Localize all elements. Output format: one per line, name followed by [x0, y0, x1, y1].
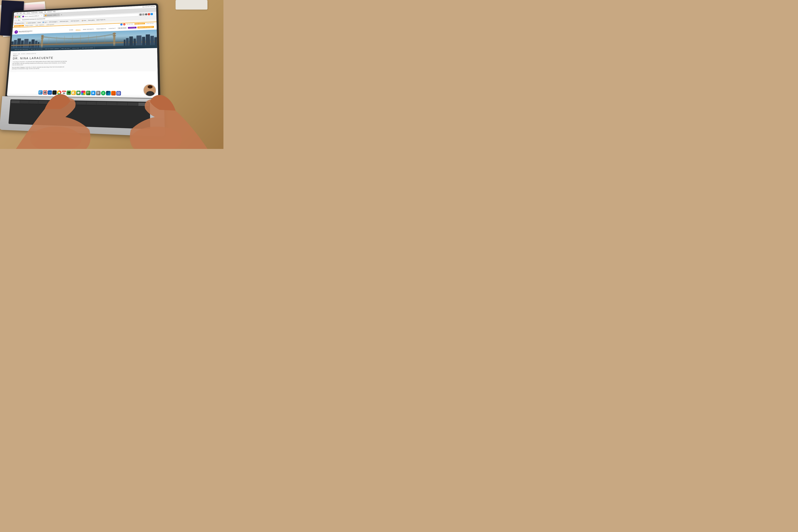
dock-illustrator-icon[interactable]: Ai	[111, 91, 116, 96]
bookmark-inspiration[interactable]: ⭐ website inspiration	[26, 22, 36, 24]
subnav-maria[interactable]: MEET DR. MARIA LLOMPART	[44, 47, 60, 51]
ext-overflow[interactable]: ⋮	[153, 13, 155, 15]
subnav-office[interactable]: OFFICE TOUR	[71, 47, 80, 50]
dock-maps-icon[interactable]: 🗺	[66, 91, 71, 95]
dock-calendar-icon[interactable]: OCT 30	[62, 91, 66, 95]
history-menu[interactable]: History	[26, 12, 31, 14]
bookmark-spw-label: SPW Homepage T...	[49, 21, 58, 23]
window-menu[interactable]: Window	[47, 11, 52, 13]
dock-settings-icon[interactable]	[96, 91, 100, 95]
key-f5[interactable]	[57, 101, 66, 105]
doctor-silhouette	[144, 84, 156, 97]
view-menu[interactable]: View	[23, 12, 25, 14]
ext-icon-5[interactable]	[151, 13, 153, 15]
key-f3[interactable]	[38, 101, 48, 104]
dock-photos-icon[interactable]	[81, 91, 86, 95]
reload-button[interactable]: ↻	[18, 19, 20, 21]
appointment-button[interactable]: REQUEST APPOINTMENT	[137, 26, 154, 28]
close-button[interactable]	[15, 16, 16, 18]
doctor-bio: Born and raised in Mayaguez, Puerto Rico…	[12, 66, 68, 70]
language-toggle[interactable]: EN / ES / B-2K	[118, 27, 127, 29]
key-f7[interactable]	[76, 101, 86, 105]
key-f2[interactable]	[29, 100, 38, 104]
key-power[interactable]	[138, 102, 149, 107]
bookmark-flicker[interactable]: Flicker gallery	[88, 19, 95, 21]
tab-favicon-2	[45, 15, 46, 16]
bookmark-spw-doctor[interactable]: SPW Doctor Ques...	[59, 21, 70, 22]
bookmark-nina-label: ninarwk	[37, 22, 41, 23]
forward-button[interactable]: ›	[16, 19, 17, 21]
back-button[interactable]: ‹	[14, 19, 16, 21]
secondary-tab-prestin[interactable]: prestin Q/A EDIT	[46, 24, 55, 25]
nav-contact[interactable]: CONTACT	[109, 27, 116, 29]
svg-rect-49	[87, 92, 88, 92]
subnav-hector[interactable]: MEET DR. HECTOR PEÑA	[30, 48, 44, 51]
dock-terminal-icon[interactable]: >_	[52, 90, 57, 95]
bookmark-master[interactable]: Master Project Lib...	[96, 19, 107, 21]
subnav-nina[interactable]: MEET DR. NINA LARACUENTE	[14, 48, 30, 51]
apple-menu[interactable]: 	[15, 13, 16, 14]
secondary-tab-design-label: Design & Content...	[25, 25, 34, 26]
subnav-team[interactable]: MEET THE TEAM	[60, 47, 71, 50]
key-f9[interactable]	[97, 102, 107, 106]
ext-icon-2[interactable]	[142, 14, 145, 16]
profiles-menu[interactable]: Profiles	[39, 12, 43, 13]
key-f11[interactable]	[117, 102, 127, 106]
help-menu[interactable]: Help	[53, 11, 56, 12]
subnav-apart[interactable]: WHAT SETS US APART	[80, 46, 95, 50]
svg-point-58	[118, 93, 119, 94]
dock-appstore-icon[interactable]	[91, 91, 96, 95]
secondary-tab-salesforce[interactable]: Salesforce - Unlim...	[14, 25, 24, 27]
bookmark-signin[interactable]: 👤 Sign in	[42, 21, 48, 23]
nav-new-patients[interactable]: NEW PATIENTS	[83, 28, 94, 30]
dock-messages-icon[interactable]: 💬	[76, 91, 81, 95]
dock-launchpad-icon[interactable]	[43, 90, 48, 95]
illustrator-icon-text: Ai	[113, 92, 114, 94]
svg-line-18	[88, 35, 89, 43]
facebook-icon[interactable]: f	[120, 23, 122, 25]
secondary-tab-cases[interactable]: Cases - Salesforce...	[35, 24, 45, 26]
dock-notes-icon[interactable]: 📝	[71, 91, 76, 95]
key-f10[interactable]	[107, 102, 117, 106]
fullscreen-button[interactable]	[19, 16, 20, 17]
key-f1[interactable]	[20, 100, 29, 104]
tab-menu[interactable]: Tab	[44, 11, 46, 13]
app-name-menu[interactable]: File	[16, 13, 19, 14]
tab-close-icon[interactable]: ✕	[41, 15, 42, 16]
bookmark-spw-team[interactable]: SPW Team Quest...	[70, 20, 80, 22]
dock-chrome-icon[interactable]	[57, 91, 61, 95]
key-f12[interactable]	[128, 102, 138, 106]
nav-home[interactable]: HOME	[69, 29, 73, 31]
lang-button[interactable]: EN / ES / B-2K	[127, 23, 133, 24]
ext-icon-4[interactable]	[148, 13, 150, 15]
bookmarks-menu[interactable]: Bookmarks	[32, 12, 38, 13]
dock-photoshop-icon[interactable]: Ps	[106, 91, 111, 95]
ext-icon-3[interactable]	[145, 13, 147, 16]
edit-menu[interactable]: Edit	[19, 13, 22, 14]
prestin-link[interactable]: prestin Q/A EDIT	[146, 23, 154, 24]
nav-about[interactable]: ABOUT	[76, 29, 81, 31]
svg-rect-21	[41, 36, 44, 36]
dock-screenium-icon[interactable]	[116, 91, 121, 96]
cases-link[interactable]: Cosas – Salesforce...	[134, 23, 145, 24]
ext-icon-1[interactable]	[139, 14, 142, 16]
nav-treatments[interactable]: TREATMENTS	[96, 28, 106, 30]
minimize-button[interactable]	[17, 16, 18, 18]
new-tab-button[interactable]: +	[60, 14, 63, 16]
key-f6[interactable]	[67, 101, 76, 105]
bookmark-calendar[interactable]: 📅 Calendar for PSD...	[14, 22, 25, 24]
locations-button[interactable]: LOCATIONS	[128, 27, 136, 28]
bookmark-spw[interactable]: SPW Homepage T...	[49, 21, 59, 23]
key-f8[interactable]	[87, 102, 96, 105]
secondary-tab-design[interactable]: Design & Content...	[24, 24, 34, 26]
dock-spotify-icon[interactable]	[101, 91, 106, 95]
bookmark-nina[interactable]: ninarwk	[37, 22, 41, 23]
google-icon[interactable]: G	[123, 23, 126, 25]
dock-finder-icon[interactable]	[38, 90, 43, 95]
key-f4[interactable]	[48, 101, 57, 104]
bookmark-home[interactable]: 🏠 Home	[81, 20, 87, 21]
inactive-tab-close[interactable]: ✕	[58, 14, 59, 15]
dock-xcode-icon[interactable]: </>	[48, 90, 52, 95]
key-esc[interactable]	[11, 100, 20, 104]
dock-numbers-icon[interactable]	[86, 91, 91, 95]
